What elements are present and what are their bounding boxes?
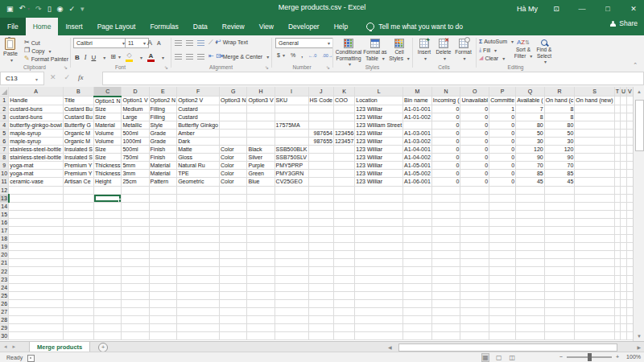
cell-H15[interactable] bbox=[247, 210, 275, 218]
row-header-8[interactable]: 8 bbox=[0, 154, 9, 162]
cell-F23[interactable] bbox=[177, 275, 220, 283]
cell-T11[interactable] bbox=[614, 178, 620, 186]
cell-R13[interactable] bbox=[544, 194, 575, 202]
row-header-10[interactable]: 10 bbox=[0, 170, 9, 178]
cell-N6[interactable]: 0 bbox=[431, 137, 460, 145]
cell-R4[interactable]: 80 bbox=[544, 121, 575, 129]
cell-R7[interactable]: 120 bbox=[544, 146, 575, 154]
cell-F21[interactable] bbox=[177, 259, 220, 267]
cell-G5[interactable] bbox=[219, 129, 247, 137]
cell-U20[interactable] bbox=[620, 251, 626, 259]
cell-P14[interactable] bbox=[489, 202, 516, 210]
cell-I15[interactable] bbox=[275, 210, 308, 218]
cell-H23[interactable] bbox=[247, 275, 275, 283]
cell-U21[interactable] bbox=[620, 259, 626, 267]
row-header-25[interactable]: 25 bbox=[0, 291, 9, 299]
cell-H12[interactable] bbox=[247, 186, 275, 194]
cell-E14[interactable] bbox=[149, 202, 177, 210]
cell-E5[interactable]: Grade bbox=[149, 129, 177, 137]
font-size-select[interactable]: 11▾ bbox=[125, 38, 149, 48]
cell-R25[interactable] bbox=[544, 291, 575, 299]
column-header-N[interactable]: N bbox=[431, 87, 460, 97]
cell-R10[interactable]: 85 bbox=[544, 170, 575, 178]
cell-B8[interactable]: Insulated S bbox=[63, 154, 93, 162]
cell-E30[interactable] bbox=[149, 332, 177, 340]
cell-H20[interactable] bbox=[247, 251, 275, 259]
cell-F14[interactable] bbox=[177, 202, 220, 210]
cell-B18[interactable] bbox=[63, 235, 93, 243]
number-dialog-launcher-icon[interactable]: ⇘ bbox=[326, 64, 330, 70]
cell-F16[interactable] bbox=[177, 218, 220, 226]
cell-O15[interactable] bbox=[460, 210, 489, 218]
clipboard-dialog-launcher-icon[interactable]: ⇘ bbox=[64, 64, 68, 70]
cell-N20[interactable] bbox=[431, 251, 460, 259]
cell-E24[interactable] bbox=[149, 283, 177, 291]
cell-U25[interactable] bbox=[620, 291, 626, 299]
cell-B21[interactable] bbox=[63, 259, 93, 267]
cell-C30[interactable] bbox=[93, 332, 122, 340]
cell-V15[interactable] bbox=[626, 210, 633, 218]
cell-G22[interactable] bbox=[219, 267, 247, 275]
row-header-26[interactable]: 26 bbox=[0, 299, 9, 307]
cell-O16[interactable] bbox=[460, 218, 489, 226]
cell-M29[interactable] bbox=[403, 324, 432, 332]
zoom-slider-thumb[interactable] bbox=[588, 353, 592, 361]
cell-J27[interactable] bbox=[308, 307, 333, 315]
cell-K26[interactable] bbox=[333, 299, 354, 307]
column-header-S[interactable]: S bbox=[575, 87, 614, 97]
align-top-icon[interactable] bbox=[175, 40, 182, 46]
cell-B6[interactable]: Organic M bbox=[63, 137, 93, 145]
cell-H30[interactable] bbox=[247, 332, 275, 340]
cell-N27[interactable] bbox=[431, 307, 460, 315]
name-box-caret-icon[interactable]: ▾ bbox=[35, 76, 38, 82]
cell-Q24[interactable] bbox=[516, 283, 545, 291]
cell-Q2[interactable]: 7 bbox=[516, 105, 545, 113]
cell-Q26[interactable] bbox=[516, 299, 545, 307]
cell-O9[interactable]: 0 bbox=[460, 162, 489, 170]
user-name[interactable]: Hà My bbox=[517, 5, 538, 13]
cell-G7[interactable]: Color bbox=[219, 146, 247, 154]
cell-K18[interactable] bbox=[333, 235, 354, 243]
column-header-G[interactable]: G bbox=[219, 87, 247, 97]
cell-U16[interactable] bbox=[620, 218, 626, 226]
cell-H2[interactable] bbox=[247, 105, 275, 113]
cell-S21[interactable] bbox=[575, 259, 614, 267]
row-header-11[interactable]: 11 bbox=[0, 178, 9, 186]
cell-L18[interactable] bbox=[355, 235, 403, 243]
cell-E15[interactable] bbox=[149, 210, 177, 218]
cell-T2[interactable] bbox=[614, 105, 620, 113]
cell-Q25[interactable] bbox=[516, 291, 545, 299]
cell-H9[interactable]: Purple bbox=[247, 162, 275, 170]
cell-L15[interactable] bbox=[355, 210, 403, 218]
cell-D29[interactable] bbox=[122, 324, 149, 332]
column-header-E[interactable]: E bbox=[149, 87, 177, 97]
cell-U7[interactable] bbox=[620, 146, 626, 154]
cell-U28[interactable] bbox=[620, 316, 626, 324]
cell-E3[interactable]: Filling bbox=[149, 113, 177, 121]
cell-C24[interactable] bbox=[93, 283, 122, 291]
cell-S28[interactable] bbox=[575, 316, 614, 324]
cell-U4[interactable] bbox=[620, 121, 626, 129]
cell-B30[interactable] bbox=[63, 332, 93, 340]
cell-Q16[interactable] bbox=[516, 218, 545, 226]
cell-O12[interactable] bbox=[460, 186, 489, 194]
cell-B11[interactable]: Artisan Ce bbox=[63, 178, 93, 186]
cell-A19[interactable] bbox=[9, 243, 64, 251]
row-header-19[interactable]: 19 bbox=[0, 243, 9, 251]
row-header-21[interactable]: 21 bbox=[0, 259, 9, 267]
cell-R21[interactable] bbox=[544, 259, 575, 267]
cell-K5[interactable]: 123456 bbox=[333, 129, 354, 137]
cell-G19[interactable] bbox=[219, 243, 247, 251]
cell-Q10[interactable]: 85 bbox=[516, 170, 545, 178]
decrease-indent-icon[interactable]: ⇤ bbox=[208, 53, 214, 60]
align-bottom-icon[interactable] bbox=[197, 40, 204, 46]
cell-V26[interactable] bbox=[626, 299, 633, 307]
cell-I21[interactable] bbox=[275, 259, 308, 267]
cell-A10[interactable]: yoga-mat bbox=[9, 170, 64, 178]
cell-O29[interactable] bbox=[460, 324, 489, 332]
cell-N21[interactable] bbox=[431, 259, 460, 267]
cell-O8[interactable]: 0 bbox=[460, 154, 489, 162]
cell-K7[interactable] bbox=[333, 146, 354, 154]
cell-R18[interactable] bbox=[544, 235, 575, 243]
row-header-22[interactable]: 22 bbox=[0, 267, 9, 275]
